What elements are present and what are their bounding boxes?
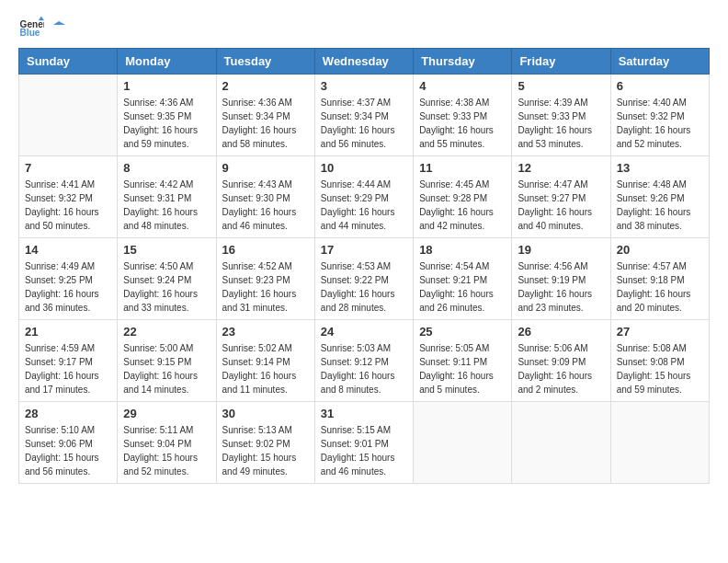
day-info: Sunrise: 4:50 AM Sunset: 9:24 PM Dayligh… — [123, 259, 210, 315]
calendar-cell: 17Sunrise: 4:53 AM Sunset: 9:22 PM Dayli… — [314, 238, 413, 320]
calendar-cell: 25Sunrise: 5:05 AM Sunset: 9:11 PM Dayli… — [414, 320, 512, 402]
day-number: 22 — [123, 325, 210, 339]
day-info: Sunrise: 4:36 AM Sunset: 9:34 PM Dayligh… — [222, 96, 309, 151]
calendar-cell: 6Sunrise: 4:40 AM Sunset: 9:32 PM Daylig… — [610, 75, 709, 156]
calendar-cell: 28Sunrise: 5:10 AM Sunset: 9:06 PM Dayli… — [19, 402, 118, 484]
day-info: Sunrise: 4:40 AM Sunset: 9:32 PM Dayligh… — [617, 96, 703, 151]
calendar-cell: 4Sunrise: 4:38 AM Sunset: 9:33 PM Daylig… — [414, 75, 512, 156]
calendar-cell: 24Sunrise: 5:03 AM Sunset: 9:12 PM Dayli… — [314, 320, 413, 402]
calendar-cell — [19, 75, 118, 156]
logo-triangle — [49, 21, 65, 38]
day-number: 5 — [518, 79, 604, 93]
day-info: Sunrise: 4:48 AM Sunset: 9:26 PM Dayligh… — [617, 178, 703, 233]
day-info: Sunrise: 4:57 AM Sunset: 9:18 PM Dayligh… — [617, 259, 703, 315]
day-number: 7 — [25, 161, 111, 175]
calendar-cell: 14Sunrise: 4:49 AM Sunset: 9:25 PM Dayli… — [19, 238, 118, 320]
day-number: 12 — [518, 161, 604, 175]
calendar-cell: 11Sunrise: 4:45 AM Sunset: 9:28 PM Dayli… — [414, 156, 512, 238]
day-number: 2 — [222, 79, 309, 93]
day-number: 16 — [222, 243, 309, 257]
day-number: 21 — [25, 325, 111, 339]
day-header-tuesday: Tuesday — [216, 49, 314, 75]
day-info: Sunrise: 5:15 AM Sunset: 9:01 PM Dayligh… — [321, 423, 407, 478]
calendar-cell: 12Sunrise: 4:47 AM Sunset: 9:27 PM Dayli… — [512, 156, 610, 238]
day-number: 29 — [123, 407, 210, 420]
day-number: 3 — [321, 79, 407, 93]
calendar-cell: 2Sunrise: 4:36 AM Sunset: 9:34 PM Daylig… — [216, 75, 314, 156]
day-info: Sunrise: 4:56 AM Sunset: 9:19 PM Dayligh… — [518, 259, 604, 315]
day-info: Sunrise: 5:08 AM Sunset: 9:08 PM Dayligh… — [617, 341, 703, 396]
day-info: Sunrise: 4:59 AM Sunset: 9:17 PM Dayligh… — [25, 341, 111, 396]
calendar-cell: 21Sunrise: 4:59 AM Sunset: 9:17 PM Dayli… — [19, 320, 118, 402]
calendar-cell: 22Sunrise: 5:00 AM Sunset: 9:15 PM Dayli… — [118, 320, 216, 402]
day-info: Sunrise: 5:05 AM Sunset: 9:11 PM Dayligh… — [419, 341, 506, 396]
day-header-sunday: Sunday — [19, 49, 118, 75]
day-info: Sunrise: 4:53 AM Sunset: 9:22 PM Dayligh… — [321, 259, 407, 315]
day-info: Sunrise: 4:44 AM Sunset: 9:29 PM Dayligh… — [321, 178, 407, 233]
calendar-table: SundayMondayTuesdayWednesdayThursdayFrid… — [18, 48, 710, 484]
day-info: Sunrise: 4:49 AM Sunset: 9:25 PM Dayligh… — [25, 259, 111, 315]
day-number: 8 — [123, 161, 210, 175]
day-number: 6 — [617, 79, 703, 93]
day-info: Sunrise: 4:52 AM Sunset: 9:23 PM Dayligh… — [222, 259, 309, 315]
calendar-cell: 20Sunrise: 4:57 AM Sunset: 9:18 PM Dayli… — [610, 238, 709, 320]
day-header-wednesday: Wednesday — [314, 49, 413, 75]
day-header-monday: Monday — [118, 49, 216, 75]
calendar-cell: 8Sunrise: 4:42 AM Sunset: 9:31 PM Daylig… — [118, 156, 216, 238]
logo: General Blue — [18, 15, 66, 40]
day-info: Sunrise: 5:02 AM Sunset: 9:14 PM Dayligh… — [222, 341, 309, 396]
calendar-week-row: 1Sunrise: 4:36 AM Sunset: 9:35 PM Daylig… — [19, 75, 710, 156]
day-number: 17 — [321, 243, 407, 257]
svg-marker-2 — [39, 17, 44, 21]
day-info: Sunrise: 5:13 AM Sunset: 9:02 PM Dayligh… — [222, 423, 309, 478]
day-info: Sunrise: 4:54 AM Sunset: 9:21 PM Dayligh… — [419, 259, 506, 315]
calendar-week-row: 14Sunrise: 4:49 AM Sunset: 9:25 PM Dayli… — [19, 238, 710, 320]
calendar-cell — [610, 402, 709, 484]
day-info: Sunrise: 4:37 AM Sunset: 9:34 PM Dayligh… — [321, 96, 407, 151]
day-info: Sunrise: 4:36 AM Sunset: 9:35 PM Dayligh… — [123, 96, 210, 151]
day-number: 11 — [419, 161, 506, 175]
calendar-cell: 18Sunrise: 4:54 AM Sunset: 9:21 PM Dayli… — [414, 238, 512, 320]
day-info: Sunrise: 4:42 AM Sunset: 9:31 PM Dayligh… — [123, 178, 210, 233]
calendar-cell: 9Sunrise: 4:43 AM Sunset: 9:30 PM Daylig… — [216, 156, 314, 238]
calendar-cell — [512, 402, 610, 484]
day-number: 30 — [222, 407, 309, 420]
calendar-header-row: SundayMondayTuesdayWednesdayThursdayFrid… — [19, 49, 710, 75]
day-info: Sunrise: 5:11 AM Sunset: 9:04 PM Dayligh… — [123, 423, 210, 478]
day-number: 27 — [617, 325, 703, 339]
calendar-cell: 16Sunrise: 4:52 AM Sunset: 9:23 PM Dayli… — [216, 238, 314, 320]
calendar-cell: 1Sunrise: 4:36 AM Sunset: 9:35 PM Daylig… — [118, 75, 216, 156]
calendar-cell: 29Sunrise: 5:11 AM Sunset: 9:04 PM Dayli… — [118, 402, 216, 484]
svg-text:Blue: Blue — [20, 28, 40, 38]
calendar-cell: 19Sunrise: 4:56 AM Sunset: 9:19 PM Dayli… — [512, 238, 610, 320]
day-header-saturday: Saturday — [610, 49, 709, 75]
logo-icon: General Blue — [18, 15, 44, 40]
calendar-cell — [414, 402, 512, 484]
day-number: 1 — [123, 79, 210, 93]
day-number: 13 — [617, 161, 703, 175]
day-header-friday: Friday — [512, 49, 610, 75]
day-number: 15 — [123, 243, 210, 257]
day-header-thursday: Thursday — [414, 49, 512, 75]
calendar-cell: 30Sunrise: 5:13 AM Sunset: 9:02 PM Dayli… — [216, 402, 314, 484]
day-number: 9 — [222, 161, 309, 175]
day-number: 28 — [25, 407, 111, 420]
day-info: Sunrise: 4:39 AM Sunset: 9:33 PM Dayligh… — [518, 96, 604, 151]
calendar-cell: 13Sunrise: 4:48 AM Sunset: 9:26 PM Dayli… — [610, 156, 709, 238]
day-number: 4 — [419, 79, 506, 93]
calendar-cell: 23Sunrise: 5:02 AM Sunset: 9:14 PM Dayli… — [216, 320, 314, 402]
calendar-cell: 10Sunrise: 4:44 AM Sunset: 9:29 PM Dayli… — [314, 156, 413, 238]
calendar-cell: 31Sunrise: 5:15 AM Sunset: 9:01 PM Dayli… — [314, 402, 413, 484]
day-info: Sunrise: 5:00 AM Sunset: 9:15 PM Dayligh… — [123, 341, 210, 396]
calendar-cell: 15Sunrise: 4:50 AM Sunset: 9:24 PM Dayli… — [118, 238, 216, 320]
day-number: 24 — [321, 325, 407, 339]
day-info: Sunrise: 5:03 AM Sunset: 9:12 PM Dayligh… — [321, 341, 407, 396]
day-info: Sunrise: 4:45 AM Sunset: 9:28 PM Dayligh… — [419, 178, 506, 233]
day-number: 10 — [321, 161, 407, 175]
day-number: 25 — [419, 325, 506, 339]
svg-marker-3 — [53, 21, 65, 25]
day-number: 20 — [617, 243, 703, 257]
day-number: 23 — [222, 325, 309, 339]
day-info: Sunrise: 4:43 AM Sunset: 9:30 PM Dayligh… — [222, 178, 309, 233]
calendar-cell: 7Sunrise: 4:41 AM Sunset: 9:32 PM Daylig… — [19, 156, 118, 238]
